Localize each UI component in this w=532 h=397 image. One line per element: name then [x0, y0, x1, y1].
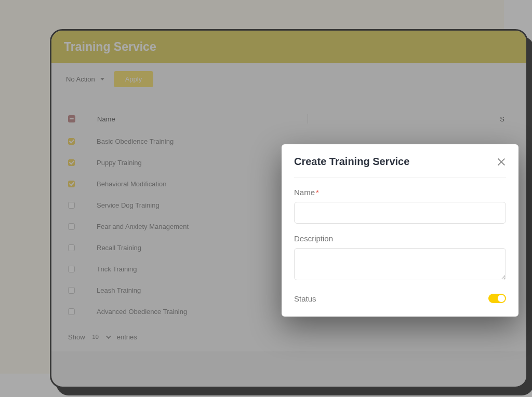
name-input[interactable]: [294, 202, 506, 224]
description-label: Description: [294, 234, 506, 243]
create-service-modal: Create Training Service Name* Descriptio…: [282, 144, 518, 317]
name-label: Name*: [294, 188, 506, 197]
status-toggle[interactable]: [488, 294, 506, 303]
name-label-text: Name: [294, 188, 315, 197]
description-input[interactable]: [294, 248, 506, 280]
form-group-description: Description: [294, 234, 506, 282]
modal-header: Create Training Service: [294, 156, 506, 177]
status-label: Status: [294, 294, 316, 303]
required-indicator: *: [316, 188, 319, 197]
form-group-name: Name*: [294, 188, 506, 224]
form-group-status: Status: [294, 294, 506, 303]
modal-title: Create Training Service: [294, 156, 409, 168]
close-icon[interactable]: [497, 157, 506, 167]
